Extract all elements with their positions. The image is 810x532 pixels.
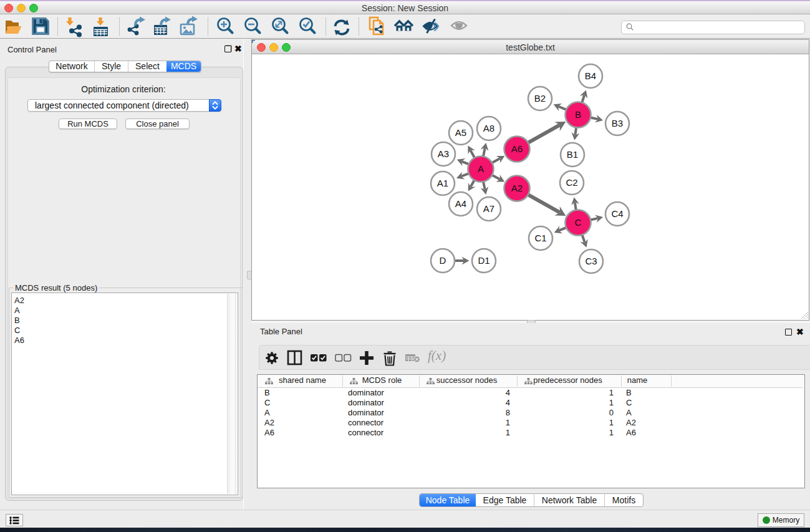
svg-text:A5: A5	[455, 127, 466, 138]
svg-text:A4: A4	[455, 198, 466, 209]
svg-text:C3: C3	[585, 256, 597, 266]
svg-text:A1: A1	[437, 178, 448, 188]
svg-text:A8: A8	[483, 123, 494, 133]
svg-text:B4: B4	[585, 70, 596, 81]
svg-text:A7: A7	[483, 203, 494, 214]
svg-text:A6: A6	[511, 143, 523, 154]
svg-text:C: C	[575, 217, 582, 228]
svg-text:B3: B3	[612, 118, 623, 128]
svg-text:D: D	[440, 255, 446, 266]
svg-text:B1: B1	[567, 149, 578, 160]
svg-text:A2: A2	[511, 183, 523, 193]
svg-text:C4: C4	[611, 208, 623, 219]
svg-text:C1: C1	[534, 233, 546, 243]
svg-text:B: B	[575, 109, 581, 120]
svg-text:D1: D1	[478, 255, 489, 266]
svg-text:B2: B2	[534, 93, 546, 104]
svg-text:A: A	[478, 163, 484, 174]
svg-text:C2: C2	[566, 177, 577, 188]
svg-text:A3: A3	[438, 148, 449, 159]
